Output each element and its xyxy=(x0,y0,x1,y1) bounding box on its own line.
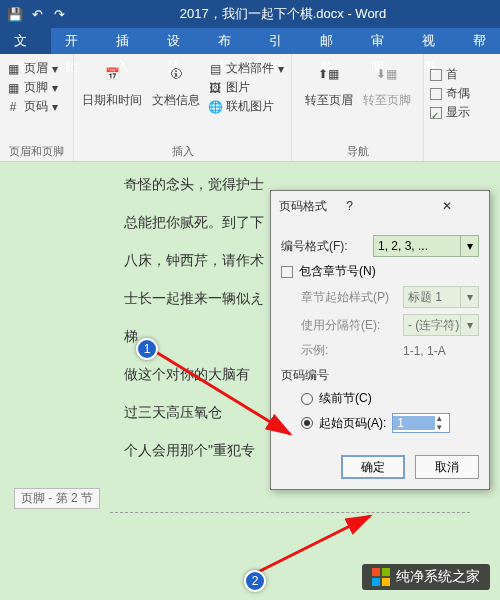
group-label: 页眉和页脚 xyxy=(6,144,67,161)
tab-file[interactable]: 文件 xyxy=(0,28,51,54)
watermark: 纯净系统之家 xyxy=(362,564,490,590)
tab-references[interactable]: 引用 xyxy=(255,28,306,54)
pagenum-icon: # xyxy=(6,100,20,114)
diff-evenodd-check[interactable]: 奇偶 xyxy=(430,85,494,102)
goto-header-icon: ⬆▦ xyxy=(315,60,343,88)
chapter-style-combo: 标题 1▾ xyxy=(403,286,479,308)
help-icon[interactable]: ? xyxy=(346,199,413,213)
tab-review[interactable]: 审阅 xyxy=(357,28,408,54)
ribbon-group-options: 首 奇偶 显示 xyxy=(424,54,500,161)
continue-label: 续前节(C) xyxy=(319,390,372,407)
tab-help[interactable]: 帮 xyxy=(459,28,500,54)
ribbon-group-nav: ⬆▦转至页眉 ⬇▦转至页脚 导航 xyxy=(292,54,424,161)
pagenum-button[interactable]: #页码▾ xyxy=(6,98,67,115)
chevron-down-icon: ▾ xyxy=(460,287,478,307)
pagenum-group-label: 页码编号 xyxy=(281,367,479,384)
svg-rect-2 xyxy=(372,568,380,576)
chapter-style-label: 章节起始样式(P) xyxy=(301,289,397,306)
title-bar: 💾 ↶ ↷ 2017，我们一起下个棋.docx - Word xyxy=(0,0,500,28)
goto-footer-icon: ⬇▦ xyxy=(373,60,401,88)
number-format-label: 编号格式(F): xyxy=(281,238,367,255)
checkbox-icon xyxy=(430,88,442,100)
tab-mailings[interactable]: 邮件 xyxy=(306,28,357,54)
spin-down-icon[interactable]: ▼ xyxy=(435,423,449,432)
goto-footer-button[interactable]: ⬇▦转至页脚 xyxy=(361,56,413,113)
chevron-down-icon: ▾ xyxy=(52,62,58,76)
spin-up-icon[interactable]: ▲ xyxy=(435,414,449,423)
windows-logo-icon xyxy=(372,568,390,586)
close-icon[interactable]: ✕ xyxy=(414,191,481,221)
svg-rect-5 xyxy=(382,578,390,586)
header-button[interactable]: ▦页眉▾ xyxy=(6,60,67,77)
parts-icon: ▤ xyxy=(208,62,222,76)
start-at-radio[interactable] xyxy=(301,417,313,429)
show-doc-check[interactable]: 显示 xyxy=(430,104,494,121)
svg-rect-3 xyxy=(382,568,390,576)
diff-firstpage-check[interactable]: 首 xyxy=(430,66,494,83)
globe-icon: 🌐 xyxy=(208,100,222,114)
start-at-label: 起始页码(A): xyxy=(319,415,386,432)
header-icon: ▦ xyxy=(6,62,20,76)
page-number-format-dialog: 页码格式 ? ✕ 编号格式(F): 1, 2, 3, ...▾ 包含章节号(N)… xyxy=(270,190,490,490)
checkbox-icon xyxy=(430,107,442,119)
ribbon-group-header-footer: ▦页眉▾ ▦页脚▾ #页码▾ 页眉和页脚 xyxy=(0,54,74,161)
datetime-button[interactable]: 📅日期和时间 xyxy=(80,56,144,115)
save-icon[interactable]: 💾 xyxy=(6,7,24,22)
cancel-button[interactable]: 取消 xyxy=(415,455,479,479)
annotation-marker-2: 2 xyxy=(244,570,266,592)
info-icon: 🛈 xyxy=(162,60,190,88)
checkbox-icon xyxy=(430,69,442,81)
tab-home[interactable]: 开始 xyxy=(51,28,102,54)
document-title: 2017，我们一起下个棋.docx - Word xyxy=(72,5,494,23)
include-chapter-label: 包含章节号(N) xyxy=(299,263,376,280)
example-value: 1-1, 1-A xyxy=(403,344,446,358)
footer-boundary xyxy=(110,512,470,513)
separator-label: 使用分隔符(E): xyxy=(301,317,397,334)
tab-layout[interactable]: 布局 xyxy=(204,28,255,54)
calendar-icon: 📅 xyxy=(98,60,126,88)
docinfo-button[interactable]: 🛈文档信息 xyxy=(150,56,202,115)
separator-combo: - (连字符)▾ xyxy=(403,314,479,336)
number-format-combo[interactable]: 1, 2, 3, ...▾ xyxy=(373,235,479,257)
footer-icon: ▦ xyxy=(6,81,20,95)
annotation-marker-1: 1 xyxy=(136,338,158,360)
ok-button[interactable]: 确定 xyxy=(341,455,405,479)
tab-design[interactable]: 设计 xyxy=(153,28,204,54)
tab-insert[interactable]: 插入 xyxy=(102,28,153,54)
goto-header-button[interactable]: ⬆▦转至页眉 xyxy=(303,56,355,113)
example-label: 示例: xyxy=(301,342,397,359)
ribbon: ▦页眉▾ ▦页脚▾ #页码▾ 页眉和页脚 📅日期和时间 🛈文档信息 ▤文档部件▾… xyxy=(0,54,500,162)
group-label: 导航 xyxy=(298,144,417,161)
redo-icon[interactable]: ↷ xyxy=(50,7,68,22)
chevron-down-icon: ▾ xyxy=(52,100,58,114)
continue-radio[interactable] xyxy=(301,393,313,405)
chevron-down-icon: ▾ xyxy=(460,236,478,256)
dialog-title: 页码格式 xyxy=(279,198,346,215)
chevron-down-icon: ▾ xyxy=(52,81,58,95)
footer-button[interactable]: ▦页脚▾ xyxy=(6,79,67,96)
ribbon-tabs: 文件 开始 插入 设计 布局 引用 邮件 审阅 视图 帮 xyxy=(0,28,500,54)
footer-section-label: 页脚 - 第 2 节 xyxy=(14,488,100,509)
group-label: 插入 xyxy=(80,144,285,161)
picture-icon: 🖼 xyxy=(208,81,222,95)
pictures-button[interactable]: 🖼图片 xyxy=(208,79,284,96)
start-at-spinner[interactable]: 1 ▲▼ xyxy=(392,413,450,433)
chevron-down-icon: ▾ xyxy=(278,62,284,76)
tab-view[interactable]: 视图 xyxy=(408,28,459,54)
docparts-button[interactable]: ▤文档部件▾ xyxy=(208,60,284,77)
include-chapter-checkbox[interactable] xyxy=(281,266,293,278)
dialog-titlebar[interactable]: 页码格式 ? ✕ xyxy=(271,191,489,221)
undo-icon[interactable]: ↶ xyxy=(28,7,46,22)
ribbon-group-insert: 📅日期和时间 🛈文档信息 ▤文档部件▾ 🖼图片 🌐联机图片 插入 xyxy=(74,54,292,161)
watermark-text: 纯净系统之家 xyxy=(396,568,480,586)
start-at-value: 1 xyxy=(393,416,435,430)
svg-rect-4 xyxy=(372,578,380,586)
chevron-down-icon: ▾ xyxy=(460,315,478,335)
online-pictures-button[interactable]: 🌐联机图片 xyxy=(208,98,284,115)
